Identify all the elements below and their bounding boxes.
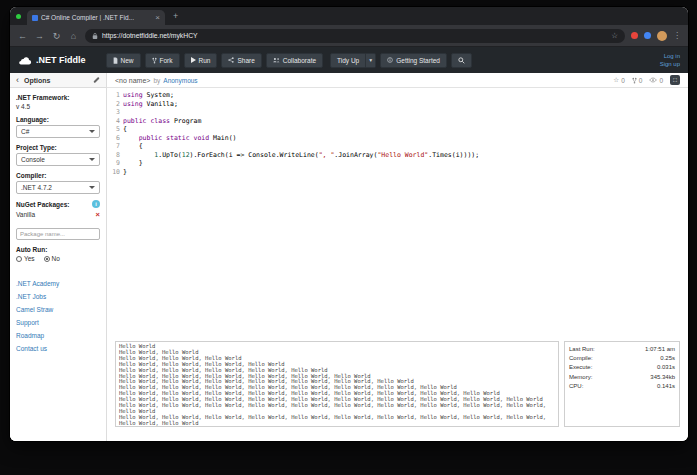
radio-icon bbox=[44, 256, 50, 262]
browser-tab[interactable]: C# Online Compiler | .NET Fid... × bbox=[27, 10, 165, 25]
tab-favicon bbox=[32, 15, 38, 21]
line-number: 1 bbox=[107, 91, 120, 100]
framework-label: .NET Framework: bbox=[16, 94, 100, 101]
autorun-no-radio[interactable]: No bbox=[44, 255, 60, 262]
language-label: Language: bbox=[16, 116, 100, 123]
line-number: 9 bbox=[107, 159, 120, 168]
star-count[interactable]: ☆ 0 bbox=[613, 76, 624, 84]
code-editor[interactable]: 12345678910 using System;using Vanilla; … bbox=[107, 88, 688, 341]
options-header: ‹ Options bbox=[10, 73, 106, 88]
fiddle-title: <no name> bbox=[115, 77, 150, 84]
radio-icon bbox=[16, 256, 22, 262]
code-lines[interactable]: using System;using Vanilla; public class… bbox=[123, 91, 688, 341]
line-number: 4 bbox=[107, 117, 120, 126]
sidebar-link[interactable]: .NET Academy bbox=[16, 280, 100, 287]
editor-header: <no name> by Anonymous ☆ 0 0 bbox=[107, 73, 688, 88]
language-section: Language: C# bbox=[10, 110, 106, 138]
search-button[interactable] bbox=[451, 53, 472, 68]
fork-icon bbox=[152, 57, 157, 64]
log-in-link[interactable]: Log in bbox=[664, 53, 680, 60]
code-line[interactable]: { bbox=[123, 125, 688, 134]
getting-started-button[interactable]: Getting Started bbox=[380, 53, 447, 68]
code-line[interactable]: } bbox=[123, 159, 688, 168]
remove-package-icon[interactable]: × bbox=[96, 210, 100, 219]
output-line: Hello World, Hello World, Hello World, H… bbox=[119, 415, 555, 427]
tidy-up-caret[interactable]: ▼ bbox=[366, 53, 376, 68]
tidy-up-group: Tidy Up ▼ bbox=[330, 53, 376, 68]
code-line[interactable]: using System; bbox=[123, 91, 688, 100]
run-stat-label: Compile: bbox=[569, 354, 593, 363]
site-navbar: .NET Fiddle New Fork Run Share bbox=[10, 47, 688, 73]
run-stats-panel: Last Run:1:07:51 amCompile:0.25sExecute:… bbox=[564, 341, 680, 427]
run-stat-row: CPU:0.141s bbox=[569, 382, 675, 391]
reload-icon[interactable]: ↻ bbox=[51, 31, 62, 41]
run-stat-label: Execute: bbox=[569, 363, 592, 372]
editor-main: <no name> by Anonymous ☆ 0 0 bbox=[107, 73, 688, 441]
sidebar-links: .NET Academy.NET JobsCamel StrawSupportR… bbox=[10, 280, 106, 352]
profile-avatar[interactable] bbox=[657, 31, 667, 41]
run-button[interactable]: Run bbox=[184, 53, 218, 68]
tab-title: C# Online Compiler | .NET Fid... bbox=[41, 14, 152, 21]
back-icon[interactable]: ← bbox=[17, 31, 28, 41]
run-stat-row: Compile:0.25s bbox=[569, 354, 675, 363]
collaborate-button[interactable]: Collaborate bbox=[266, 53, 323, 68]
collapse-chevron-icon[interactable]: ‹ bbox=[16, 76, 19, 85]
address-bar[interactable]: https://dotnetfiddle.net/mykHCY ☆ bbox=[85, 29, 625, 43]
sidebar-link[interactable]: Camel Straw bbox=[16, 306, 100, 313]
cloud-logo-icon bbox=[18, 56, 32, 65]
code-line[interactable]: public class Program bbox=[123, 117, 688, 126]
bookmark-star-icon[interactable]: ☆ bbox=[611, 31, 618, 40]
code-line[interactable]: 1.UpTo(12).ForEach(i => Console.WriteLin… bbox=[123, 151, 688, 160]
package-name-input[interactable] bbox=[16, 228, 100, 240]
fork-count[interactable]: 0 bbox=[632, 77, 643, 84]
code-line[interactable]: public static void Main() bbox=[123, 134, 688, 143]
home-icon[interactable]: ⌂ bbox=[68, 31, 79, 41]
forward-icon[interactable]: → bbox=[34, 31, 45, 41]
autorun-section: Auto Run: Yes No bbox=[10, 240, 106, 262]
extension-icon[interactable] bbox=[644, 32, 651, 39]
line-number: 7 bbox=[107, 142, 120, 151]
compiler-label: Compiler: bbox=[16, 172, 100, 179]
info-icon[interactable]: i bbox=[92, 200, 100, 208]
extension-icon[interactable] bbox=[631, 32, 638, 39]
autorun-yes-radio[interactable]: Yes bbox=[16, 255, 35, 262]
compiler-select[interactable]: .NET 4.7.2 bbox=[16, 181, 100, 194]
search-icon bbox=[458, 57, 465, 64]
line-number-gutter: 12345678910 bbox=[107, 91, 123, 341]
language-select[interactable]: C# bbox=[16, 125, 100, 138]
run-stat-value: 0.141s bbox=[657, 382, 675, 391]
code-line[interactable]: } bbox=[123, 168, 688, 177]
line-number: 5 bbox=[107, 125, 120, 134]
new-button[interactable]: New bbox=[106, 53, 141, 68]
tidy-up-button[interactable]: Tidy Up bbox=[330, 53, 366, 68]
header-stats: ☆ 0 0 0 bbox=[613, 75, 680, 85]
autorun-label: Auto Run: bbox=[16, 246, 100, 253]
share-button[interactable]: Share bbox=[221, 53, 261, 68]
edit-icon[interactable] bbox=[93, 77, 99, 83]
author-link[interactable]: Anonymous bbox=[163, 77, 197, 84]
fullscreen-icon[interactable]: ⛶ bbox=[670, 75, 680, 85]
tab-close-icon[interactable]: × bbox=[155, 15, 160, 21]
browser-tabstrip: C# Online Compiler | .NET Fid... × + bbox=[10, 7, 688, 25]
new-tab-icon[interactable]: + bbox=[173, 11, 178, 21]
brand-logo[interactable]: .NET Fiddle bbox=[18, 55, 86, 65]
fork-icon bbox=[632, 77, 637, 84]
sidebar-link[interactable]: Contact us bbox=[16, 345, 100, 352]
sidebar-link[interactable]: .NET Jobs bbox=[16, 293, 100, 300]
autorun-radios: Yes No bbox=[16, 255, 100, 262]
line-number: 10 bbox=[107, 168, 120, 177]
browser-menu-icon[interactable]: ⋮ bbox=[673, 31, 681, 40]
sidebar-link[interactable]: Support bbox=[16, 319, 100, 326]
code-line[interactable]: { bbox=[123, 142, 688, 151]
run-stat-value: 345.34kb bbox=[650, 373, 675, 382]
sidebar-link[interactable]: Roadmap bbox=[16, 332, 100, 339]
sign-up-link[interactable]: Sign up bbox=[660, 61, 680, 68]
fork-button[interactable]: Fork bbox=[145, 53, 180, 68]
people-icon bbox=[273, 57, 280, 63]
code-line[interactable]: using Vanilla; bbox=[123, 100, 688, 109]
code-line[interactable] bbox=[123, 108, 688, 117]
chevron-down-icon bbox=[89, 130, 95, 133]
project-type-select[interactable]: Console bbox=[16, 153, 100, 166]
run-stat-row: Execute:0.031s bbox=[569, 363, 675, 372]
options-title: Options bbox=[24, 77, 88, 84]
